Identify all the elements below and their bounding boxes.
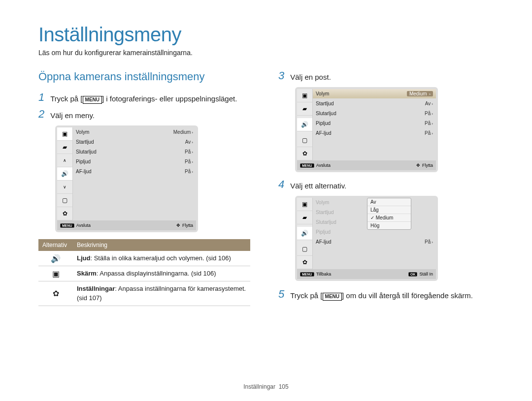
video-icon: ▰ [297,102,312,116]
section-heading: Öppna kamerans inställningsmeny [38,70,254,83]
menu-item-label: Pipljud [316,121,425,126]
option-row: 🔊 Ljud: Ställa in olika kameraljud och v… [38,251,250,266]
footer-page-number: 105 [279,383,289,390]
step-5: 5 Tryck på [MENU] om du vill återgå till… [278,289,494,301]
camera-footer: MENU Avsluta ✥Flytta [297,160,436,170]
left-column: Öppna kamerans inställningsmeny 1 Tryck … [38,70,254,306]
step-1: 1 Tryck på [MENU] i fotograferings- elle… [38,92,254,104]
chevron-down-icon: ∨ [57,181,72,194]
step5-text-b: ] om du vill återgå till föregående skär… [342,291,473,300]
volume-dropdown: Av Låg Medium Hög [367,198,411,230]
footer-exit-label: Avsluta [316,163,331,168]
step5-text-a: Tryck på [ [290,291,322,300]
footer-set-label: Ställ In [419,272,433,277]
display-icon: ▢ [297,134,312,147]
page-subtitle: Läs om hur du konfigurerar kamerainställ… [38,49,494,57]
dropdown-item-selected: Medium [367,214,411,222]
step-3: 3 Välj en post. [278,70,494,82]
option-desc: : Anpassa displayinställningarna. (sid 1… [97,270,216,277]
menu-item-label: Slutarljud [76,149,185,154]
menu-item-value: Medium› [173,129,193,135]
nav-icon: ✥ [176,223,180,228]
menu-item-label: AF-ljud [316,239,425,245]
gear-icon: ✿ [38,281,73,305]
dropdown-item: Av [367,198,411,206]
menu-item-value: På› [185,169,193,174]
footer-back-label: Tillbaka [316,272,332,277]
speaker-icon: 🔊 [297,227,312,240]
menu-item-label: Startljud [316,101,425,106]
step4-text: Välj ett alternativ. [290,179,346,191]
camera-sidebar: ▣ ▰ ∧ 🔊 ∨ ▢ ✿ [57,127,73,220]
step1-text-a: Tryck på [ [50,94,82,103]
camera-sidebar: ▣ ▰ 🔊 ▢ ✿ [297,89,313,160]
camera-menu-screenshot-3: ▣ ▰ 🔊 ▢ ✿ Volym Startljud Slutarljud [295,196,438,281]
step-number: 4 [278,179,284,190]
right-column: 3 Välj en post. ▣ ▰ 🔊 ▢ ✿ [278,70,494,306]
menu-item-value: Av› [185,139,193,145]
footer-move-label: Flytta [182,223,193,228]
menu-item-label: Pipljud [316,229,433,235]
camera-footer: MENU Tillbaka OKStäll In [297,269,436,279]
step-number: 3 [278,70,284,81]
camera-footer: MENU Avsluta ✥Flytta [57,220,196,230]
step-4: 4 Välj ett alternativ. [278,179,494,191]
menu-item-value: På› [425,130,433,136]
option-name: Ljud [77,254,90,262]
step2-text: Välj en meny. [50,109,95,121]
display-icon: ▣ [38,266,73,281]
ok-icon: OK [408,272,418,277]
menu-button-label: MENU [323,293,342,301]
menu-item-value: På› [185,159,193,164]
step-number: 1 [38,92,44,103]
menu-item-label: Volym [76,129,173,135]
chevron-up-icon: ∧ [57,154,72,167]
camera-icon: ▣ [297,89,312,102]
nav-icon: ✥ [416,163,420,168]
gear-icon: ✿ [297,147,312,160]
menu-item-value: Av› [425,101,433,106]
page-title: Inställningsmeny [38,24,494,46]
menu-item-label: AF-ljud [76,169,185,174]
menu-item-label: AF-ljud [316,130,425,136]
option-row: ▣ Skärm: Anpassa displayinställningarna.… [38,266,250,281]
step3-text: Välj en post. [290,70,331,82]
menu-item-label: Startljud [76,139,185,145]
menu-item-value: På› [185,149,193,154]
menu-item-label: Slutarljud [316,111,425,116]
menu-item-label: Volym [316,91,407,96]
step-number: 2 [38,109,44,120]
menu-item-value: På› [425,111,433,116]
video-icon: ▰ [297,211,312,224]
display-icon: ▢ [57,194,72,207]
menu-button-label: MENU [83,96,102,104]
camera-menu-screenshot-1: ▣ ▰ ∧ 🔊 ∨ ▢ ✿ VolymMedium› StartljudAv› … [55,125,198,232]
display-icon: ▢ [297,243,312,256]
menu-icon: MENU [60,223,74,228]
camera-menu-screenshot-2: ▣ ▰ 🔊 ▢ ✿ VolymMedium › StartljudAv› Slu… [295,87,438,172]
speaker-icon: 🔊 [38,251,73,266]
menu-icon: MENU [300,272,314,277]
gear-icon: ✿ [57,207,72,220]
camera-icon: ▣ [297,198,312,211]
option-row: ✿ Inställningar: Anpassa inställningarna… [38,281,250,306]
menu-item-value: På› [425,239,433,245]
menu-item-value: På› [425,121,433,126]
dropdown-item: Låg [367,206,411,214]
step-number: 5 [278,289,284,300]
speaker-icon: 🔊 [57,167,72,181]
options-header-col1: Alternativ [38,239,73,251]
option-name: Skärm [77,270,97,277]
option-desc: : Ställa in olika kameraljud och volymen… [90,254,231,262]
gear-icon: ✿ [297,256,312,269]
menu-icon: MENU [300,163,314,168]
camera-icon: ▣ [57,127,72,141]
step-2: 2 Välj en meny. [38,109,254,121]
menu-item-label: Pipljud [76,159,185,164]
speaker-icon: 🔊 [297,118,312,131]
options-table: Alternativ Beskrivning 🔊 Ljud: Ställa in… [38,239,250,306]
footer-section: Inställningar [243,383,275,390]
video-icon: ▰ [57,141,72,154]
option-name: Inställningar [77,285,115,292]
dropdown-item: Hög [367,222,411,229]
